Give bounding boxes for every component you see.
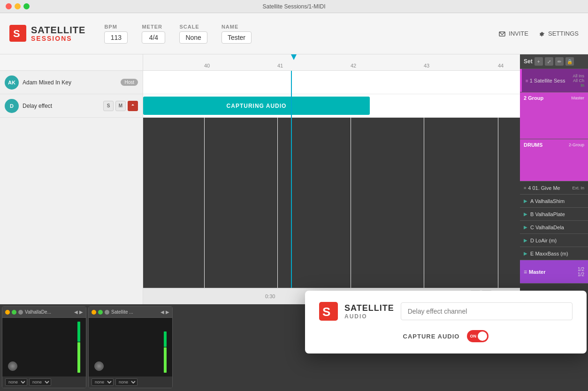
sidebar-sub-track-B[interactable]: ▶ B ValhallaPlate bbox=[520, 208, 588, 221]
sidebar-track-item-4[interactable]: ≡ 4 01. Give Me Ext. In bbox=[520, 181, 588, 195]
plugin-icon[interactable]: ▶ bbox=[79, 309, 83, 315]
header: S SATELLITE SESSIONS BPM 113 METER 4/4 S… bbox=[0, 13, 588, 54]
sidebar-lock-button[interactable]: 🔒 bbox=[565, 57, 574, 66]
ruler-mark-43: 43 bbox=[424, 63, 429, 68]
footer-select-1[interactable]: none bbox=[5, 378, 27, 386]
solo-button[interactable]: S bbox=[103, 101, 114, 111]
play-icon: ▶ bbox=[524, 198, 527, 203]
capture-audio-toggle[interactable]: ON bbox=[467, 330, 489, 342]
sidebar-track-name: ≡ 1 Satellite Sess bbox=[526, 78, 573, 83]
time-mark-030: 0:30 bbox=[265, 293, 275, 299]
gear-icon bbox=[538, 30, 545, 38]
record-button[interactable] bbox=[128, 101, 138, 111]
sidebar-track-name: DRUMS bbox=[524, 142, 542, 148]
plugin-title-2: Satellite ... bbox=[111, 309, 159, 315]
sidebar-sub-track-D[interactable]: ▶ D LoAir (m) bbox=[520, 234, 588, 247]
sub-track-name: A ValhallaShim bbox=[530, 198, 584, 204]
logo-sessions: SESSIONS bbox=[31, 35, 85, 42]
avatar: D bbox=[5, 99, 19, 113]
maximize-button[interactable] bbox=[23, 3, 30, 9]
master-badge-1: 1/2 bbox=[578, 267, 584, 272]
invite-button[interactable]: INVITE bbox=[498, 30, 528, 38]
sidebar-track-name: 2 Group bbox=[524, 95, 543, 101]
play-icon: ▶ bbox=[524, 238, 527, 243]
plugin-dot bbox=[105, 310, 109, 315]
avatar: AK bbox=[5, 75, 19, 90]
delay-effect-channel-input[interactable] bbox=[401, 302, 573, 320]
logo-text: SATELLITE SESSIONS bbox=[31, 25, 85, 42]
bpm-label: BPM bbox=[104, 24, 128, 30]
logo-satellite: SATELLITE bbox=[31, 25, 85, 35]
scale-value[interactable]: None bbox=[179, 31, 207, 44]
settings-button[interactable]: SETTINGS bbox=[538, 30, 579, 38]
plugin-icon[interactable]: ◀ bbox=[160, 309, 164, 315]
sidebar-master[interactable]: ≡ Master 1/2 1/2 bbox=[520, 260, 588, 284]
plugin-window-2: Satellite ... ◀ ▶ none none bbox=[88, 306, 173, 388]
sidebar-track-1[interactable]: ≡ 1 Satellite Sess All Ins All Ch In bbox=[520, 69, 588, 92]
sidebar-track-name: 4 01. Give Me bbox=[528, 185, 572, 191]
footer-select-2[interactable]: none bbox=[29, 378, 51, 386]
sub-track-name: E MaxxBass (m) bbox=[530, 251, 584, 256]
sidebar-track-drums[interactable]: DRUMS 2-Group bbox=[520, 139, 588, 181]
plugin-knob[interactable] bbox=[94, 361, 104, 371]
timeline-area: 40 41 42 43 44 bbox=[143, 54, 520, 304]
ruler-mark-42: 42 bbox=[351, 63, 356, 68]
playhead-line bbox=[291, 71, 292, 288]
plugin-icon[interactable]: ◀ bbox=[74, 309, 78, 315]
header-right: INVITE SETTINGS bbox=[498, 30, 579, 38]
meter-value[interactable]: 4/4 bbox=[142, 31, 165, 44]
plugin-body-2 bbox=[89, 318, 172, 376]
minimize-button[interactable] bbox=[15, 3, 21, 9]
plugin-dot bbox=[12, 310, 16, 315]
plugin-titlebar-2: Satellite ... ◀ ▶ bbox=[89, 307, 172, 318]
plugin-dot bbox=[18, 310, 23, 315]
sub-track-name: C ValhallaDela bbox=[530, 225, 584, 230]
plugin-icon[interactable]: ▶ bbox=[166, 309, 169, 315]
title-bar: Satellite Sessions/1-MIDI bbox=[0, 0, 588, 13]
playhead-marker bbox=[291, 54, 297, 60]
play-icon: ▶ bbox=[524, 211, 527, 217]
sequencer: AK Adam Mixed In Key Host D Delay effect… bbox=[0, 54, 520, 304]
master-name: Master bbox=[529, 269, 545, 275]
close-button[interactable] bbox=[6, 3, 12, 9]
sidebar-badge: 2-Group bbox=[569, 143, 584, 147]
sidebar-pencil-button[interactable]: ✏ bbox=[555, 57, 564, 66]
sub-track-name: B ValhallaPlate bbox=[530, 211, 584, 217]
plugin-knob[interactable] bbox=[8, 361, 17, 371]
tracks-canvas[interactable]: CAPTURING AUDIO bbox=[143, 71, 520, 288]
window-title: Satellite Sessions/1-MIDI bbox=[262, 3, 325, 10]
timeline-ruler[interactable]: 40 41 42 43 44 bbox=[143, 54, 520, 71]
sidebar-sub-track-A[interactable]: ▶ A ValhallaShim bbox=[520, 195, 588, 208]
invite-label: INVITE bbox=[509, 30, 528, 37]
mute-button[interactable]: M bbox=[115, 101, 126, 111]
sidebar-symbol: ≡ bbox=[524, 269, 527, 275]
svg-text:S: S bbox=[322, 305, 330, 319]
capture-audio-row: CAPTURE AUDIO ON bbox=[319, 330, 573, 342]
plugin-footer-2: none none bbox=[89, 376, 172, 388]
track-area: AK Adam Mixed In Key Host D Delay effect… bbox=[0, 54, 520, 304]
sub-track-name: D LoAir (m) bbox=[530, 238, 584, 243]
window-controls[interactable] bbox=[6, 3, 30, 9]
footer-select-4[interactable]: none bbox=[115, 378, 137, 386]
plugin-dot bbox=[92, 310, 96, 315]
sidebar-ext: Ext. In bbox=[572, 186, 584, 190]
sidebar-sub-track-E[interactable]: ▶ E MaxxBass (m) bbox=[520, 247, 588, 260]
track-row: D Delay effect S M bbox=[0, 94, 143, 118]
sidebar-expand-button[interactable]: ⤢ bbox=[545, 57, 553, 66]
bpm-value[interactable]: 113 bbox=[104, 31, 128, 44]
master-badges: 1/2 1/2 bbox=[578, 267, 584, 277]
dialog-header: S SATELLITE AUDIO bbox=[319, 302, 573, 321]
track-color-band bbox=[520, 69, 522, 92]
logo: S SATELLITE SESSIONS bbox=[9, 25, 85, 42]
sidebar-sub-track-C[interactable]: ▶ C ValhallaDela bbox=[520, 221, 588, 234]
track-lane-1 bbox=[143, 71, 520, 94]
plugin-body-1 bbox=[2, 318, 86, 376]
audio-block-label: CAPTURING AUDIO bbox=[227, 103, 287, 109]
dialog-logo-icon: S bbox=[319, 302, 338, 321]
name-value[interactable]: Tester bbox=[221, 31, 252, 44]
sidebar-add-button[interactable]: + bbox=[535, 57, 543, 66]
sidebar-track-group[interactable]: 2 Group Master bbox=[520, 92, 588, 139]
plugin-icons: ◀ ▶ bbox=[74, 309, 83, 315]
footer-select-3[interactable]: none bbox=[92, 378, 114, 386]
capture-audio-label: CAPTURE AUDIO bbox=[403, 333, 460, 340]
